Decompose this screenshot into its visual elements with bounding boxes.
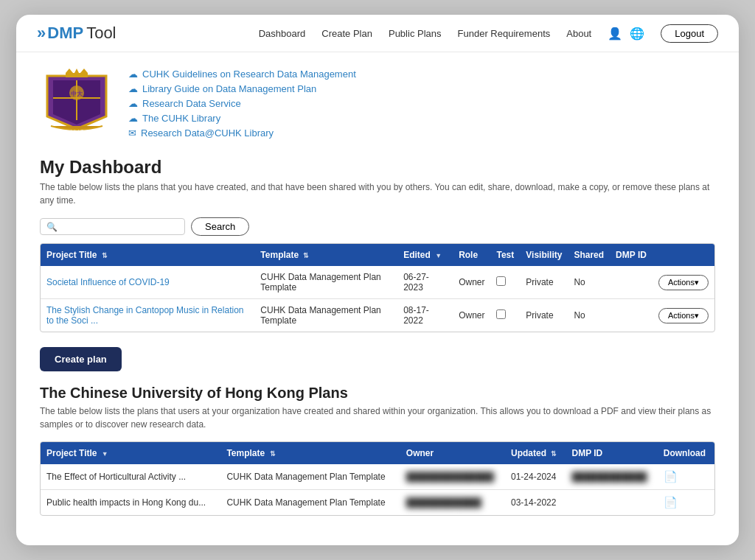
plan-test-1 bbox=[490, 299, 520, 332]
org-plan-owner-1: ████████████ bbox=[400, 490, 505, 516]
org-section-description: The table below lists the plans that use… bbox=[40, 405, 715, 431]
th-project-title: Project Title ⇅ bbox=[41, 244, 254, 266]
email-icon: ✉ bbox=[128, 127, 136, 139]
plan-test-checkbox-0[interactable] bbox=[496, 276, 506, 286]
header: » DMP Tool Dashboard Create Plan Public … bbox=[16, 15, 739, 52]
cuhk-crest: 中大 中文大學 bbox=[40, 69, 114, 135]
search-row: 🔍 Search bbox=[40, 217, 715, 236]
org-plan-updated-0: 01-24-2024 bbox=[505, 464, 566, 490]
org-plan-owner-0: ██████████████ bbox=[400, 464, 505, 490]
svg-text:中文大學: 中文大學 bbox=[69, 129, 84, 133]
org-plan-title-0: The Effect of Horticultural Activity ... bbox=[41, 464, 220, 490]
plan-edited-1: 08-17-2022 bbox=[397, 299, 453, 332]
sort-arrows-template[interactable]: ⇅ bbox=[303, 252, 309, 259]
plan-dmpid-0 bbox=[610, 266, 653, 299]
nav: Dashboard Create Plan Public Plans Funde… bbox=[259, 24, 718, 43]
logo: » DMP Tool bbox=[37, 24, 116, 43]
search-input[interactable] bbox=[60, 221, 178, 232]
user-icon[interactable]: 👤 bbox=[608, 27, 622, 41]
link-item-3: ☁ Research Data Service bbox=[128, 98, 356, 109]
org-table-header-row: Project Title ▼ Template ⇅ Owner Updated… bbox=[41, 442, 714, 464]
create-plan-button[interactable]: Create plan bbox=[40, 347, 122, 371]
main-content: 中大 中文大學 ☁ CUHK Guidelines on Research Da… bbox=[16, 52, 739, 516]
plan-visibility-1: Private bbox=[520, 299, 568, 332]
cloud-icon-1: ☁ bbox=[128, 69, 138, 80]
nav-public-plans[interactable]: Public Plans bbox=[389, 28, 442, 39]
org-plan-title-1: Public health impacts in Hong Kong du... bbox=[41, 490, 220, 516]
download-icon-0[interactable]: 📄 bbox=[664, 470, 678, 483]
cloud-icon-4: ☁ bbox=[128, 113, 138, 124]
org-th-download: Download bbox=[658, 442, 714, 464]
nav-icons: 👤 🌐 bbox=[608, 27, 644, 41]
plan-title-1: The Stylish Change in Cantopop Music in … bbox=[41, 299, 254, 332]
nav-dashboard[interactable]: Dashboard bbox=[259, 28, 306, 39]
org-plan-owner-blurred-1: ████████████ bbox=[406, 497, 481, 508]
cloud-icon-3: ☁ bbox=[128, 98, 138, 109]
download-icon-1[interactable]: 📄 bbox=[664, 496, 678, 508]
svg-marker-4 bbox=[74, 69, 79, 73]
org-plan-template-0: CUHK Data Management Plan Template bbox=[220, 464, 400, 490]
logout-button[interactable]: Logout bbox=[661, 24, 718, 43]
org-plan-template-1: CUHK Data Management Plan Template bbox=[220, 490, 400, 516]
logo-arrows-icon: » bbox=[37, 24, 44, 43]
nav-about[interactable]: About bbox=[566, 28, 591, 39]
link-4[interactable]: The CUHK Library bbox=[142, 113, 220, 124]
plan-template-1: CUHK Data Management Plan Template bbox=[254, 299, 397, 332]
plan-link-1[interactable]: The Stylish Change in Cantopop Music in … bbox=[46, 305, 243, 326]
org-sort-updated[interactable]: ⇅ bbox=[551, 450, 557, 458]
link-item-4: ☁ The CUHK Library bbox=[128, 113, 356, 124]
link-5[interactable]: Research Data@CUHK Library bbox=[141, 127, 274, 139]
search-wrapper: 🔍 bbox=[40, 218, 185, 235]
org-section-title: The Chinese University of Hong Kong Plan… bbox=[40, 385, 715, 402]
svg-rect-2 bbox=[66, 73, 88, 77]
plan-actions-cell-0: Actions▾ bbox=[653, 266, 714, 299]
link-item-1: ☁ CUHK Guidelines on Research Data Manag… bbox=[128, 69, 356, 80]
globe-icon[interactable]: 🌐 bbox=[630, 27, 644, 41]
search-button[interactable]: Search bbox=[191, 217, 249, 236]
actions-button-0[interactable]: Actions▾ bbox=[658, 275, 709, 290]
search-icon: 🔍 bbox=[46, 222, 58, 232]
logo-tool: Tool bbox=[86, 24, 116, 43]
actions-button-1[interactable]: Actions▾ bbox=[658, 308, 709, 323]
link-1[interactable]: CUHK Guidelines on Research Data Managem… bbox=[142, 69, 356, 80]
sort-arrows-title[interactable]: ⇅ bbox=[102, 252, 108, 259]
org-plan-download-1: 📄 bbox=[658, 490, 714, 516]
org-sort-title[interactable]: ▼ bbox=[102, 450, 108, 458]
org-th-title: Project Title ▼ bbox=[41, 442, 220, 464]
link-item-5: ✉ Research Data@CUHK Library bbox=[128, 127, 356, 139]
plan-shared-1: No bbox=[568, 299, 610, 332]
org-th-owner: Owner bbox=[400, 442, 505, 464]
th-actions bbox=[653, 244, 714, 266]
top-section: 中大 中文大學 ☁ CUHK Guidelines on Research Da… bbox=[40, 52, 715, 150]
links-list: ☁ CUHK Guidelines on Research Data Manag… bbox=[128, 69, 356, 142]
plan-link-0[interactable]: Societal Influence of COVID-19 bbox=[46, 277, 170, 287]
org-plans-table: Project Title ▼ Template ⇅ Owner Updated… bbox=[40, 441, 715, 516]
link-3[interactable]: Research Data Service bbox=[142, 98, 241, 109]
plan-test-checkbox-1[interactable] bbox=[496, 309, 506, 319]
org-th-template: Template ⇅ bbox=[220, 442, 400, 464]
org-plan-dmpid-1 bbox=[566, 490, 658, 516]
plan-role-0: Owner bbox=[453, 266, 490, 299]
nav-create-plan[interactable]: Create Plan bbox=[321, 28, 372, 39]
org-plan-dmpid-0: ████████████ bbox=[566, 464, 658, 490]
table-header-row: Project Title ⇅ Template ⇅ Edited ▼ Role… bbox=[41, 244, 714, 266]
sort-arrows-edited[interactable]: ▼ bbox=[435, 252, 442, 259]
link-2[interactable]: Library Guide on Data Management Plan bbox=[142, 83, 316, 94]
svg-marker-5 bbox=[80, 69, 88, 73]
org-sort-template[interactable]: ⇅ bbox=[270, 450, 276, 458]
th-edited: Edited ▼ bbox=[397, 244, 453, 266]
th-visibility: Visibility bbox=[520, 244, 568, 266]
nav-funder-requirements[interactable]: Funder Requirements bbox=[458, 28, 551, 39]
th-dmp-id: DMP ID bbox=[610, 244, 653, 266]
th-template: Template ⇅ bbox=[254, 244, 397, 266]
org-plan-owner-blurred-0: ██████████████ bbox=[406, 472, 494, 482]
plan-test-0 bbox=[490, 266, 520, 299]
table-row: The Stylish Change in Cantopop Music in … bbox=[41, 299, 714, 332]
svg-text:中大: 中大 bbox=[71, 91, 83, 97]
plan-role-1: Owner bbox=[453, 299, 490, 332]
org-th-dmp-id: DMP ID bbox=[566, 442, 658, 464]
org-plan-updated-1: 03-14-2022 bbox=[505, 490, 566, 516]
org-th-updated: Updated ⇅ bbox=[505, 442, 566, 464]
org-table-row: The Effect of Horticultural Activity ...… bbox=[41, 464, 714, 490]
org-plan-dmpid-blurred-0: ████████████ bbox=[572, 472, 647, 482]
